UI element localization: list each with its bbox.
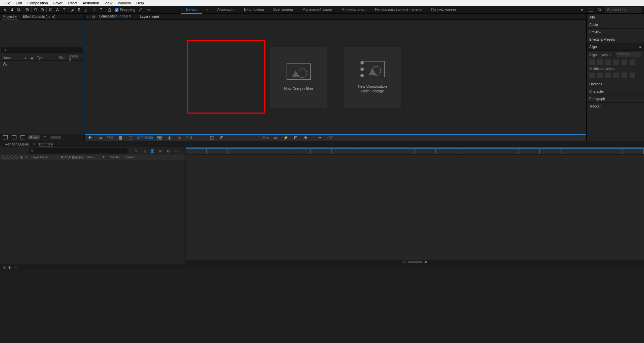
toggle-in-out-icon[interactable]: ⟐ xyxy=(14,265,18,269)
view-layout-dropdown[interactable]: 1 View xyxy=(259,136,269,140)
workspace-default-ru[interactable]: По умолчанию xyxy=(426,6,460,14)
pixel-aspect-icon[interactable]: ▭ xyxy=(272,134,279,141)
resolution-dropdown[interactable]: Full xyxy=(186,136,192,140)
snapping-extend-icon[interactable] xyxy=(145,6,152,13)
tab-composition[interactable]: Composition (none) ≡ xyxy=(99,14,131,19)
menu-composition[interactable]: Composition xyxy=(25,0,50,6)
lock-col-icon[interactable] xyxy=(14,156,17,159)
snapshot-icon[interactable]: 📷 xyxy=(156,134,163,141)
workspace-undocked[interactable]: Непристыкованные панели xyxy=(370,6,426,14)
workspace-minimal[interactable]: Минимальная xyxy=(337,6,370,14)
rectangle-tool-icon[interactable] xyxy=(47,6,54,13)
tab-project[interactable]: Project ≡ xyxy=(2,14,18,19)
new-folder-icon[interactable] xyxy=(11,134,17,141)
menu-edit[interactable]: Edit xyxy=(13,0,24,6)
timeline-search-input[interactable] xyxy=(29,148,128,154)
distribute-right-icon[interactable] xyxy=(630,73,635,78)
workspace-animation[interactable]: Анимация xyxy=(212,6,239,14)
text-tool-icon[interactable]: T xyxy=(61,6,67,13)
current-time[interactable]: 0:00:00:00 xyxy=(137,136,153,140)
grid-icon[interactable]: ⊞ xyxy=(218,134,225,141)
comp-flowchart-icon[interactable]: ⚞ xyxy=(302,134,309,141)
project-search-input[interactable] xyxy=(1,47,83,53)
zoom-tool-icon[interactable] xyxy=(15,6,22,13)
snapping-checkbox[interactable] xyxy=(115,8,118,12)
workspace-default[interactable]: Default xyxy=(181,6,202,14)
panel-effects-presets[interactable]: Effects & Presets xyxy=(587,36,644,43)
interpret-footage-icon[interactable] xyxy=(2,134,9,141)
panel-tracker[interactable]: Tracker xyxy=(587,103,644,110)
brush-tool-icon[interactable] xyxy=(69,6,76,13)
lock-icon[interactable] xyxy=(92,13,95,20)
tab-render-queue[interactable]: Render Queue xyxy=(5,142,29,146)
delete-icon[interactable] xyxy=(42,134,48,141)
panel-libraries[interactable]: Libraries xyxy=(587,81,644,88)
project-column-headers[interactable]: Name ▲ ◉ Type Size Frame R xyxy=(0,55,84,61)
align-layers-to-dropdown[interactable]: Selection xyxy=(616,52,641,57)
toggle-switches-icon[interactable]: ⊞ xyxy=(2,265,6,269)
timeline-icon[interactable]: ⊟ xyxy=(292,134,299,141)
video-col-icon[interactable] xyxy=(2,156,5,159)
panel-info[interactable]: Info xyxy=(587,14,644,21)
show-snapshot-icon[interactable]: ◎ xyxy=(166,134,173,141)
panel-character[interactable]: Character xyxy=(587,88,644,95)
workspace-overflow-icon[interactable]: » xyxy=(579,6,586,13)
orbit-camera-tool-icon[interactable] xyxy=(24,6,31,13)
new-composition-button[interactable]: New Composition xyxy=(270,47,327,108)
align-right-icon[interactable] xyxy=(605,59,611,65)
bpc-button[interactable]: 8 bpc xyxy=(28,135,40,139)
composition-viewer[interactable]: New Composition New Composition From Foo… xyxy=(85,20,586,135)
toggle-transparency-icon[interactable]: ▦ xyxy=(117,134,123,141)
menu-file[interactable]: File xyxy=(2,0,13,6)
timeline-column-headers[interactable]: ◉ # Layer Name ⊞ ✦╲fx▦◐◑◎ Mode T .TrkMat… xyxy=(0,155,186,160)
tab-effect-controls[interactable]: Effect Controls (none) xyxy=(21,14,57,19)
align-bottom-icon[interactable] xyxy=(630,59,635,65)
new-comp-icon[interactable] xyxy=(19,134,26,141)
menu-effect[interactable]: Effect xyxy=(65,0,80,6)
menu-view[interactable]: View xyxy=(102,0,115,6)
channel-icon[interactable]: ◉ xyxy=(176,134,183,141)
region-of-interest-icon[interactable]: ⬚ xyxy=(208,134,215,141)
puppet-pin-tool-icon[interactable] xyxy=(98,6,104,13)
roto-brush-tool-icon[interactable] xyxy=(91,6,98,13)
graph-editor-icon[interactable]: ⊡ xyxy=(174,148,179,153)
pen-tool-icon[interactable] xyxy=(54,6,61,13)
panel-audio[interactable]: Audio xyxy=(587,21,644,29)
thumbnail-size-slider[interactable] xyxy=(50,136,61,139)
distribute-left-icon[interactable] xyxy=(613,73,619,78)
exposure-value[interactable]: +0,0 xyxy=(327,136,334,140)
workspace-all-panels[interactable]: Все панели xyxy=(269,6,298,14)
draft-3d-icon[interactable]: ◳ xyxy=(142,148,147,153)
distribute-hcenter-icon[interactable] xyxy=(622,73,627,78)
pan-behind-tool-icon[interactable] xyxy=(39,6,46,13)
search-icon[interactable] xyxy=(596,6,603,13)
fast-preview-icon[interactable]: ⚡ xyxy=(282,134,289,141)
audio-col-icon[interactable] xyxy=(6,156,9,159)
motion-blur-icon[interactable]: ◐ xyxy=(166,148,171,153)
hand-tool-icon[interactable] xyxy=(9,6,15,13)
selection-tool-icon[interactable] xyxy=(2,6,9,13)
always-preview-icon[interactable]: 👁 xyxy=(87,134,93,141)
workspace-small-screen[interactable]: Маленький экран xyxy=(298,6,337,14)
align-top-icon[interactable] xyxy=(613,59,619,65)
comp-mini-flowchart-icon[interactable]: ⚞ xyxy=(134,148,139,153)
new-composition-from-footage-button[interactable]: New Composition From Footage xyxy=(344,47,401,108)
exposure-reset-icon[interactable]: ☀ xyxy=(317,134,324,141)
panel-paragraph[interactable]: Paragraph xyxy=(587,95,644,103)
solo-col-icon[interactable] xyxy=(10,156,13,159)
timeline-layers-area[interactable] xyxy=(0,160,186,264)
clone-stamp-tool-icon[interactable] xyxy=(76,6,83,13)
zoom-value[interactable]: 25% xyxy=(107,136,113,140)
workspace-libraries[interactable]: Библиотеки xyxy=(239,6,269,14)
snapping-options-icon[interactable] xyxy=(137,6,144,13)
tab-timeline-comp[interactable]: (none) ≡ xyxy=(39,142,53,147)
distribute-bottom-icon[interactable] xyxy=(605,73,611,78)
rotation-tool-icon[interactable] xyxy=(32,6,39,13)
align-left-icon[interactable] xyxy=(589,59,595,65)
panel-preview[interactable]: Preview xyxy=(587,29,644,36)
distribute-top-icon[interactable] xyxy=(589,73,595,78)
home-tool-icon[interactable] xyxy=(106,6,113,13)
flowchart-icon[interactable] xyxy=(3,62,7,66)
menu-layer[interactable]: Layer xyxy=(51,0,65,6)
toggle-mask-icon[interactable]: ⬚ xyxy=(127,134,134,141)
